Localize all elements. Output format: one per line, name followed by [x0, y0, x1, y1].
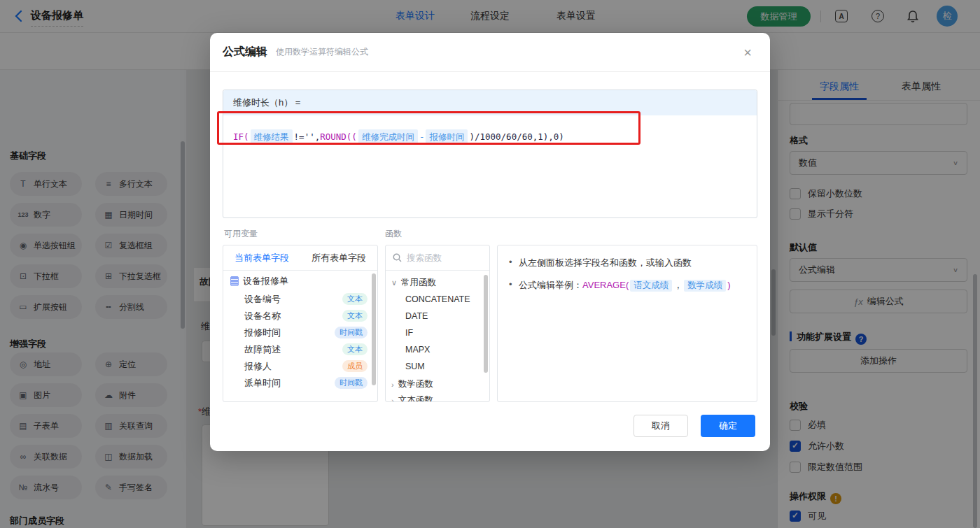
function-search[interactable]: [386, 245, 489, 271]
help-line-2: 公式编辑举例：AVERAGE(语文成绩，数学成绩): [507, 279, 747, 292]
search-icon: [393, 253, 402, 262]
formula-expression: IF(维修结果!='',ROUND((维修完成时间-报修时间)/1000/60/…: [223, 115, 757, 159]
variable-item[interactable]: 故障简述: [244, 343, 281, 356]
modal-subtitle: 使用数学运算符编辑公式: [276, 46, 368, 58]
cancel-button[interactable]: 取消: [634, 415, 688, 437]
type-badge: 文本: [342, 310, 368, 322]
field-chip: 维修结果: [251, 129, 293, 145]
function-group-math[interactable]: › 数学函数: [391, 378, 433, 390]
tab-all-form-fields[interactable]: 所有表单字段: [300, 245, 377, 270]
function-item[interactable]: MAPX: [405, 345, 430, 355]
variables-label: 可用变量: [224, 228, 258, 240]
chevron-right-icon: ›: [391, 397, 394, 403]
formula-edit-modal: 公式编辑 使用数学运算符编辑公式 × 维修时长（h） = IF(维修结果!=''…: [210, 33, 770, 451]
variable-item[interactable]: 设备编号: [244, 293, 281, 306]
variable-item[interactable]: 报修时间: [244, 327, 281, 339]
chevron-down-icon: ∨: [391, 278, 397, 287]
functions-panel: ∨ 常用函数 CONCATENATE DATE IF MAPX SUM › 数学…: [385, 245, 490, 402]
variables-panel: 当前表单字段 所有表单字段 设备报修单 设备编号 文本 设备名称 文本 报修时间…: [223, 245, 378, 402]
variable-item[interactable]: 派单时间: [244, 377, 281, 390]
help-line-1: 从左侧面板选择字段名和函数，或输入函数: [507, 257, 747, 269]
modal-title: 公式编辑: [223, 45, 267, 59]
formula-target: 维修时长（h） =: [223, 90, 757, 115]
form-doc-icon: [230, 276, 239, 286]
search-input[interactable]: [407, 253, 477, 263]
modal-header: 公式编辑 使用数学运算符编辑公式: [210, 33, 770, 72]
confirm-button[interactable]: 确定: [701, 415, 755, 437]
function-item[interactable]: CONCATENATE: [405, 294, 470, 304]
field-chip: 报修时间: [426, 129, 468, 145]
variable-item[interactable]: 设备名称: [244, 310, 281, 322]
field-chip: 语文成绩: [630, 280, 672, 292]
function-item[interactable]: SUM: [405, 362, 425, 371]
chevron-right-icon: ›: [391, 380, 394, 389]
type-badge: 文本: [342, 293, 368, 305]
function-group-common[interactable]: ∨ 常用函数: [391, 277, 436, 289]
close-icon[interactable]: ×: [739, 44, 756, 61]
function-item[interactable]: IF: [405, 328, 413, 338]
variables-root[interactable]: 设备报修单: [230, 275, 288, 287]
field-chip: 维修完成时间: [358, 129, 418, 145]
variables-tabs: 当前表单字段 所有表单字段: [223, 245, 377, 271]
type-badge: 时间戳: [335, 377, 368, 389]
type-badge: 成员: [342, 360, 368, 372]
variables-scrollbar[interactable]: [372, 273, 376, 385]
app-root: 设备报修单 表单设计 流程设定 表单设置 数据管理 A ? 检 ⊘ 表单外链 ⊠…: [0, 0, 980, 528]
help-panel: 从左侧面板选择字段名和函数，或输入函数 公式编辑举例：AVERAGE(语文成绩，…: [497, 245, 757, 402]
variable-item[interactable]: 报修人: [244, 360, 272, 373]
function-item[interactable]: DATE: [405, 311, 428, 321]
function-group-text[interactable]: › 文本函数: [391, 394, 433, 402]
functions-label: 函数: [385, 228, 402, 240]
formula-editor[interactable]: 维修时长（h） = IF(维修结果!='',ROUND((维修完成时间-报修时间…: [223, 90, 757, 218]
field-chip: 数学成绩: [684, 280, 726, 292]
functions-scrollbar[interactable]: [484, 275, 488, 373]
tab-current-form-fields[interactable]: 当前表单字段: [223, 245, 300, 270]
type-badge: 时间戳: [335, 327, 368, 338]
type-badge: 文本: [342, 343, 368, 355]
